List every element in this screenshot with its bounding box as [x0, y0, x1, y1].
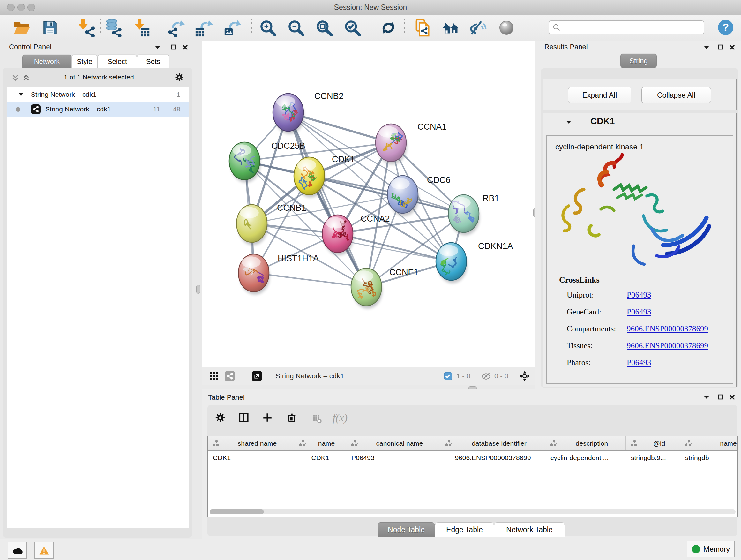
network-panel-gear-button[interactable] [174, 72, 185, 82]
memory-button[interactable]: Memory [687, 541, 735, 557]
grid-view-button[interactable] [208, 371, 219, 381]
string-home-button[interactable] [441, 17, 461, 38]
crosslink-link[interactable]: 9606.ENSP00000378699 [627, 341, 708, 350]
close-icon [729, 44, 735, 51]
column-header--id[interactable]: @id [626, 436, 680, 450]
function-builder-button[interactable]: f(x) [333, 412, 347, 424]
toolbar-search[interactable] [549, 20, 704, 35]
column-header-database-identifier[interactable]: database identifier [441, 436, 545, 450]
status-bar [0, 539, 741, 560]
table-panel-float-button[interactable] [715, 392, 726, 402]
network-canvas[interactable]: CCNB2CCNA1CDC25BCDK1CDC6RB1CCNB1CCNA2CDK… [202, 41, 535, 367]
table-hscrollbar-track[interactable] [210, 509, 736, 514]
delete-table-button[interactable] [312, 414, 323, 424]
table-cell[interactable]: stringdb [680, 451, 738, 465]
column-header-description[interactable]: description [545, 436, 626, 450]
double-chevron-down-icon [11, 74, 19, 82]
network-status-dot [16, 107, 20, 112]
automation-button[interactable] [8, 542, 27, 559]
crosslink-link[interactable]: P06493 [627, 307, 651, 316]
delete-column-button[interactable] [286, 413, 297, 423]
zoom-in-button[interactable] [258, 17, 278, 38]
tab-edge-table[interactable]: Edge Table [435, 522, 494, 537]
search-input[interactable] [563, 23, 700, 32]
crosslink-row: Pharos:P06493 [567, 358, 733, 367]
export-image-button[interactable] [222, 17, 242, 38]
import-network-database-button[interactable] [104, 17, 124, 38]
collapse-all-button[interactable]: Collapse All [642, 87, 711, 104]
chevron-down-icon [703, 45, 710, 50]
tab-sets[interactable]: Sets [137, 55, 170, 68]
expand-all-networks-button[interactable] [20, 73, 32, 83]
open-in-window-button[interactable] [251, 371, 263, 381]
open-session-button[interactable] [12, 17, 31, 38]
help-button[interactable]: ? [718, 20, 733, 35]
view-network-icon-button[interactable] [224, 371, 235, 381]
table-panel-close-button[interactable] [726, 392, 738, 402]
enhanced-graphics-button[interactable] [496, 17, 516, 38]
double-house-icon [442, 20, 460, 36]
hidden-toggle[interactable] [480, 371, 492, 381]
show-column-button[interactable] [238, 413, 250, 423]
export-table-icon [194, 18, 213, 37]
birdseye-view-button[interactable] [519, 371, 530, 381]
network-row[interactable]: String Network – cdk1 11 48 [7, 102, 189, 117]
export-table-button[interactable] [194, 17, 213, 38]
tab-select[interactable]: Select [98, 55, 137, 68]
splitter-handle[interactable] [196, 285, 200, 294]
gene-collapse-button[interactable] [563, 117, 575, 127]
column-header-namespace[interactable]: namespace [680, 436, 738, 450]
create-column-button[interactable] [262, 413, 273, 423]
collapse-all-networks-button[interactable] [10, 73, 21, 83]
tab-network-table[interactable]: Network Table [494, 522, 565, 537]
table-hscrollbar-thumb[interactable] [210, 509, 264, 514]
network-collection-row[interactable]: String Network – cdk1 1 [7, 87, 189, 102]
zoom-out-button[interactable] [286, 17, 306, 38]
crosslink-label: Pharos: [567, 358, 627, 367]
table-gear-button[interactable] [214, 413, 226, 423]
crosslink-link[interactable]: 9606.ENSP00000378699 [627, 324, 708, 333]
warnings-button[interactable] [35, 542, 54, 559]
network-view-toolbar: String Network – cdk1 1 - 0 0 - 0 [202, 367, 535, 385]
column-header-canonical-name[interactable]: canonical name [346, 436, 441, 450]
table-cell[interactable]: stringdb:9... [626, 451, 680, 465]
window-title: Session: New Session [0, 0, 741, 15]
tab-string[interactable]: String [620, 54, 657, 68]
table-row[interactable]: CDK1CDK1P064939606.ENSP00000378699cyclin… [208, 451, 738, 465]
control-panel-float-button[interactable] [168, 42, 179, 52]
save-session-button[interactable] [40, 17, 60, 38]
import-table-button[interactable] [132, 17, 152, 38]
network-from-file-button[interactable] [413, 17, 433, 38]
tab-style[interactable]: Style [71, 55, 98, 68]
table-panel-menu-button[interactable] [701, 392, 712, 402]
import-network-file-button[interactable] [77, 17, 97, 38]
control-panel-close-button[interactable] [179, 42, 191, 52]
toolbar-separator [369, 18, 370, 37]
export-network-button[interactable] [166, 17, 186, 38]
zoom-fit-button[interactable] [314, 17, 334, 38]
results-panel-close-button[interactable] [726, 42, 738, 52]
results-panel-menu-button[interactable] [701, 42, 712, 52]
edge-HIST1H1A-CCNE1[interactable] [254, 273, 366, 287]
refresh-arrows-icon [380, 19, 397, 37]
apply-layout-button[interactable] [379, 17, 398, 38]
table-cell[interactable]: 9606.ENSP00000378699 [441, 451, 545, 465]
control-panel-menu-button[interactable] [152, 42, 163, 52]
zoom-selected-button[interactable] [342, 17, 362, 38]
document-network-icon [414, 18, 432, 37]
table-cell[interactable]: CDK1 [208, 451, 294, 465]
tab-node-table[interactable]: Node Table [378, 522, 435, 537]
table-cell[interactable]: CDK1 [294, 451, 346, 465]
expand-all-button[interactable]: Expand All [568, 87, 631, 104]
network-label: String Network – cdk1 [45, 105, 153, 113]
results-panel-float-button[interactable] [715, 42, 726, 52]
table-cell[interactable]: cyclin-dependent ... [545, 451, 626, 465]
tab-network[interactable]: Network [22, 55, 71, 68]
column-header-shared-name[interactable]: shared name [208, 436, 294, 450]
selected-nodes-checkbox[interactable] [442, 371, 454, 381]
hide-glyphs-button[interactable] [468, 17, 488, 38]
crosslink-link[interactable]: P06493 [627, 291, 651, 300]
table-cell[interactable]: P06493 [346, 451, 441, 465]
column-header-name[interactable]: name [294, 436, 346, 450]
crosslink-link[interactable]: P06493 [627, 358, 651, 367]
